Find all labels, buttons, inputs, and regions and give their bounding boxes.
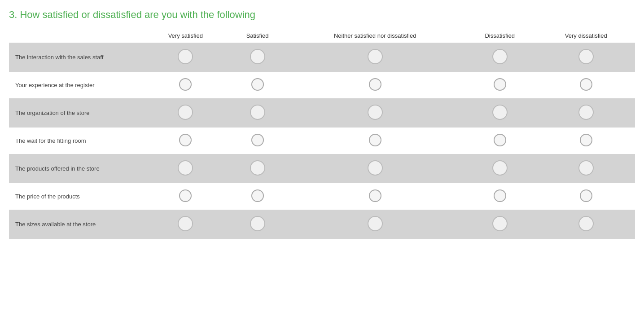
radio-cell-very_dissatisfied[interactable] xyxy=(537,210,635,239)
radio-circle[interactable] xyxy=(492,105,508,120)
radio-circle[interactable] xyxy=(369,78,381,91)
radio-circle[interactable] xyxy=(178,160,193,176)
radio-cell-very_satisfied[interactable] xyxy=(144,98,228,128)
radio-cell-neither[interactable] xyxy=(288,72,463,98)
radio-circle[interactable] xyxy=(368,49,383,64)
radio-cell-neither[interactable] xyxy=(288,183,463,210)
table-row: Your experience at the register xyxy=(9,72,635,98)
radio-cell-very_dissatisfied[interactable] xyxy=(537,98,635,128)
col-header-label xyxy=(9,30,144,43)
table-row: The interaction with the sales staff xyxy=(9,43,635,72)
radio-circle[interactable] xyxy=(250,160,265,176)
radio-cell-very_dissatisfied[interactable] xyxy=(537,72,635,98)
radio-circle[interactable] xyxy=(251,134,264,146)
table-row: The wait for the fitting room xyxy=(9,128,635,154)
radio-cell-dissatisfied[interactable] xyxy=(463,183,537,210)
radio-circle[interactable] xyxy=(494,134,506,146)
survey-body: The interaction with the sales staffYour… xyxy=(9,43,635,239)
radio-cell-satisfied[interactable] xyxy=(228,154,288,183)
radio-circle[interactable] xyxy=(492,216,508,231)
radio-cell-satisfied[interactable] xyxy=(228,183,288,210)
radio-circle[interactable] xyxy=(580,78,592,91)
radio-circle[interactable] xyxy=(251,78,264,91)
row-label: The organization of the store xyxy=(9,98,144,128)
radio-cell-dissatisfied[interactable] xyxy=(463,154,537,183)
radio-circle[interactable] xyxy=(494,189,506,202)
table-row: The organization of the store xyxy=(9,98,635,128)
radio-cell-dissatisfied[interactable] xyxy=(463,210,537,239)
radio-cell-satisfied[interactable] xyxy=(228,98,288,128)
radio-cell-dissatisfied[interactable] xyxy=(463,98,537,128)
radio-cell-dissatisfied[interactable] xyxy=(463,128,537,154)
table-row: The products offered in the store xyxy=(9,154,635,183)
col-header-neither: Neither satisfied nor dissatisfied xyxy=(288,30,463,43)
radio-circle[interactable] xyxy=(178,105,193,120)
radio-circle[interactable] xyxy=(251,189,264,202)
col-header-satisfied: Satisfied xyxy=(228,30,288,43)
survey-container: 3. How satisfied or dissatisfied are you… xyxy=(0,0,644,248)
radio-circle[interactable] xyxy=(178,216,193,231)
radio-cell-satisfied[interactable] xyxy=(228,72,288,98)
radio-circle[interactable] xyxy=(580,134,592,146)
radio-circle[interactable] xyxy=(368,160,383,176)
radio-cell-very_satisfied[interactable] xyxy=(144,210,228,239)
radio-circle[interactable] xyxy=(250,216,265,231)
radio-circle[interactable] xyxy=(578,49,594,64)
radio-cell-dissatisfied[interactable] xyxy=(463,72,537,98)
radio-cell-very_satisfied[interactable] xyxy=(144,72,228,98)
survey-table: Very satisfied Satisfied Neither satisfi… xyxy=(9,30,635,239)
radio-circle[interactable] xyxy=(368,216,383,231)
radio-cell-neither[interactable] xyxy=(288,128,463,154)
radio-circle[interactable] xyxy=(368,105,383,120)
row-label: The products offered in the store xyxy=(9,154,144,183)
question-title: 3. How satisfied or dissatisfied are you… xyxy=(9,9,635,21)
radio-cell-neither[interactable] xyxy=(288,210,463,239)
radio-cell-satisfied[interactable] xyxy=(228,128,288,154)
radio-cell-very_dissatisfied[interactable] xyxy=(537,128,635,154)
radio-cell-very_dissatisfied[interactable] xyxy=(537,183,635,210)
row-label: The interaction with the sales staff xyxy=(9,43,144,72)
table-header-row: Very satisfied Satisfied Neither satisfi… xyxy=(9,30,635,43)
radio-cell-neither[interactable] xyxy=(288,43,463,72)
row-label: The price of the products xyxy=(9,183,144,210)
radio-circle[interactable] xyxy=(369,189,381,202)
radio-circle[interactable] xyxy=(494,78,506,91)
radio-circle[interactable] xyxy=(369,134,381,146)
radio-circle[interactable] xyxy=(179,134,192,146)
radio-cell-very_dissatisfied[interactable] xyxy=(537,154,635,183)
radio-cell-neither[interactable] xyxy=(288,98,463,128)
radio-circle[interactable] xyxy=(492,160,508,176)
radio-cell-very_satisfied[interactable] xyxy=(144,154,228,183)
radio-circle[interactable] xyxy=(578,216,594,231)
radio-circle[interactable] xyxy=(578,160,594,176)
radio-cell-dissatisfied[interactable] xyxy=(463,43,537,72)
radio-circle[interactable] xyxy=(179,78,192,91)
radio-cell-very_satisfied[interactable] xyxy=(144,128,228,154)
radio-circle[interactable] xyxy=(178,49,193,64)
row-label: The sizes available at the store xyxy=(9,210,144,239)
radio-cell-satisfied[interactable] xyxy=(228,43,288,72)
radio-cell-neither[interactable] xyxy=(288,154,463,183)
radio-cell-very_satisfied[interactable] xyxy=(144,43,228,72)
radio-cell-very_satisfied[interactable] xyxy=(144,183,228,210)
row-label: Your experience at the register xyxy=(9,72,144,98)
col-header-dissatisfied: Dissatisfied xyxy=(463,30,537,43)
table-row: The sizes available at the store xyxy=(9,210,635,239)
radio-circle[interactable] xyxy=(492,49,508,64)
radio-circle[interactable] xyxy=(580,189,592,202)
row-label: The wait for the fitting room xyxy=(9,128,144,154)
radio-circle[interactable] xyxy=(250,49,265,64)
table-row: The price of the products xyxy=(9,183,635,210)
radio-circle[interactable] xyxy=(578,105,594,120)
radio-circle[interactable] xyxy=(250,105,265,120)
col-header-very-dissatisfied: Very dissatisfied xyxy=(537,30,635,43)
radio-circle[interactable] xyxy=(179,189,192,202)
radio-cell-satisfied[interactable] xyxy=(228,210,288,239)
col-header-very-satisfied: Very satisfied xyxy=(144,30,228,43)
radio-cell-very_dissatisfied[interactable] xyxy=(537,43,635,72)
